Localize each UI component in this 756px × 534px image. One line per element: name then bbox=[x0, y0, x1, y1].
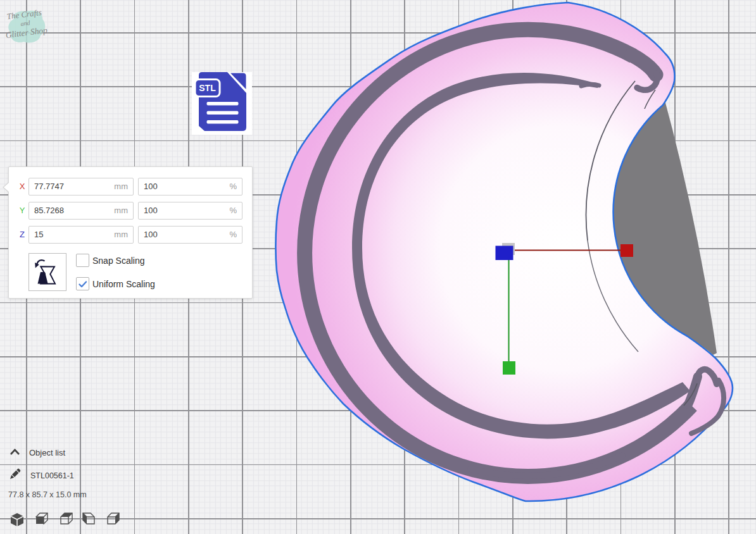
svg-text:STL: STL bbox=[199, 83, 216, 93]
